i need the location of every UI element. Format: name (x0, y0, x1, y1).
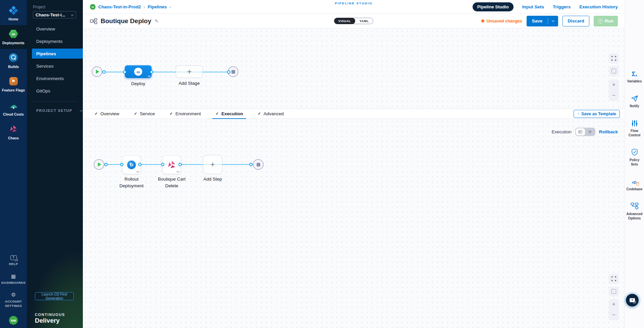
add-step-button[interactable]: + (203, 155, 222, 174)
connector-port[interactable] (123, 70, 126, 74)
sidebar-item-overview[interactable]: Overview (27, 24, 83, 34)
canvas-fit-button[interactable] (609, 286, 619, 297)
canvas-fit-button[interactable] (609, 66, 619, 76)
sidebar-item-environments[interactable]: Environments (27, 73, 83, 83)
save-label[interactable]: Save (527, 16, 548, 26)
toolbar-variables[interactable]: Σx Variables (625, 70, 644, 83)
save-button[interactable]: Save (527, 16, 558, 26)
tab-input-sets[interactable]: Input Sets (522, 4, 544, 9)
tab-execution[interactable]: ✓ Execution (212, 109, 247, 119)
run-button[interactable]: Run (594, 16, 618, 26)
tab-label: Service (140, 111, 155, 116)
sidebar-item-services[interactable]: Services (27, 61, 83, 71)
breadcrumb-pipelines[interactable]: Pipelines (148, 4, 167, 9)
module-label: Chaos (8, 136, 19, 140)
step-node-rollout-deployment[interactable]: ↻ </> (122, 156, 141, 174)
chat-bubble-icon: ? (630, 298, 635, 302)
add-step-label[interactable]: Add Step (196, 176, 229, 183)
add-stage-button[interactable]: + (176, 65, 203, 78)
step-label[interactable]: Rollout Deployment (113, 176, 150, 189)
nav-module-builds[interactable]: Builds (0, 49, 27, 73)
collapse-icon[interactable]: » (71, 12, 73, 17)
pipeline-studio-badge: PIPELINE STUDIO (329, 0, 378, 6)
tab-environment[interactable]: ✓ Environment (166, 109, 204, 119)
project-setup-section[interactable]: PROJECT SETUP (36, 109, 83, 113)
canvas-zoom-control[interactable]: + − (609, 299, 619, 320)
project-selector[interactable]: Chaos-Test-i... » (33, 11, 76, 18)
canvas-fullscreen-button[interactable] (609, 274, 619, 284)
yaml-toggle-option[interactable]: YAML (355, 18, 373, 24)
tab-triggers[interactable]: Triggers (553, 4, 571, 9)
nav-module-deployments[interactable]: ∞ Deployments (0, 25, 27, 49)
toolbar-codebase[interactable]: </> ? Codebase (625, 178, 644, 191)
connector-port[interactable] (249, 163, 253, 166)
canvas-zoom-control[interactable]: + − (609, 79, 619, 101)
visual-toggle-option[interactable]: VISUAL (334, 18, 356, 24)
account-settings-button[interactable]: ⚙ ACCOUNT SETTINGS (2, 288, 25, 312)
edit-title-icon[interactable]: ✎ (155, 18, 159, 24)
connector-port[interactable] (227, 70, 230, 74)
canvas-fullscreen-button[interactable] (609, 53, 619, 63)
user-avatar[interactable]: NM (9, 316, 18, 325)
tab-service[interactable]: ✓ Service (130, 109, 158, 119)
nav-module-feature-flags[interactable]: ⚑ Feature Flags (0, 73, 27, 96)
sidebar-item-gitops[interactable]: GitOps (27, 86, 83, 96)
tab-execution-history[interactable]: Execution History (579, 4, 618, 9)
discard-button[interactable]: Discard (562, 16, 589, 26)
sidebar-item-pipelines[interactable]: Pipelines (32, 49, 83, 59)
toolbar-flow-control[interactable]: Flow Control (625, 119, 644, 137)
connector-port[interactable] (150, 70, 153, 74)
execution-canvas[interactable]: Execution ⟳ Rollback ↻ </> Rollout Deplo… (83, 119, 625, 328)
help-button[interactable]: ? HELP (8, 252, 19, 270)
stage-label[interactable]: Deploy (118, 80, 158, 87)
upload-icon: ↑ (577, 112, 579, 116)
rollout-deployment-icon: ↻ (127, 160, 136, 169)
connector-port[interactable] (120, 163, 123, 166)
execution-rollback-toggle[interactable]: ⟳ (575, 128, 595, 136)
toolbar-advanced-options[interactable]: Advanced Options (625, 202, 644, 220)
module-label: Feature Flags (2, 88, 25, 92)
pipeline-start-node[interactable] (92, 66, 102, 77)
connector-port[interactable] (161, 163, 164, 166)
zoom-in-button[interactable]: + (612, 82, 615, 87)
step-label[interactable]: Boutique Cart Delete (153, 176, 190, 189)
tab-advanced[interactable]: ✓ Advanced (254, 109, 287, 119)
step-node-boutique-cart-delete[interactable]: </> (163, 156, 181, 174)
execution-end-node[interactable] (253, 159, 264, 170)
zoom-in-button[interactable]: + (612, 302, 615, 307)
visual-yaml-toggle[interactable]: VISUAL YAML (334, 18, 374, 24)
launch-cd-first-gen-button[interactable]: Launch CD First Generation (35, 292, 74, 300)
zoom-out-button[interactable]: − (612, 312, 615, 318)
project-setup-label: PROJECT SETUP (36, 109, 72, 113)
support-chat-button[interactable]: ? (626, 294, 639, 307)
connector-port[interactable] (138, 163, 142, 166)
connector-port[interactable] (102, 70, 106, 74)
stage-node-deploy[interactable]: ∞ </> (125, 65, 152, 78)
nav-module-home[interactable]: Home (0, 2, 27, 25)
rollback-mode-button[interactable]: ⟳ (586, 128, 595, 135)
rollback-link[interactable]: Rollback (599, 129, 618, 134)
toolbar-policy-sets[interactable]: Policy Sets (625, 148, 644, 167)
nav-module-chaos[interactable]: Chaos (0, 120, 27, 144)
check-icon: ✓ (95, 112, 98, 116)
tab-overview[interactable]: ✓ Overview (91, 109, 122, 119)
execution-start-node[interactable] (94, 159, 104, 170)
save-as-template-button[interactable]: ↑ Save as Template (574, 110, 620, 118)
connector-port[interactable] (178, 163, 182, 166)
tab-pipeline-studio[interactable]: Pipeline Studio (473, 2, 514, 11)
toolbar-notify[interactable]: Notify (625, 94, 644, 108)
zoom-out-button[interactable]: − (612, 93, 615, 98)
nav-module-cloud-costs[interactable]: ☁$ Cloud Costs (0, 96, 27, 120)
stage-canvas[interactable]: ∞ </> Deploy + Add Stage + − (83, 28, 625, 109)
run-label: Run (605, 18, 613, 23)
warning-icon: ? (636, 182, 639, 186)
connector-port[interactable] (104, 163, 108, 166)
header-actions: Unsaved changes Save Discard Run (481, 16, 618, 26)
execution-mode-button[interactable] (576, 128, 585, 135)
help-label: HELP (9, 262, 18, 266)
sidebar-item-deployments[interactable]: Deployments (27, 36, 83, 46)
save-dropdown-button[interactable] (548, 16, 558, 26)
breadcrumb-project[interactable]: Chaos-Test-in-Prod2 (98, 4, 141, 9)
dashboards-button[interactable]: ▦ DASHBOARDS (0, 270, 27, 289)
add-stage-label[interactable]: Add Stage (169, 80, 209, 87)
